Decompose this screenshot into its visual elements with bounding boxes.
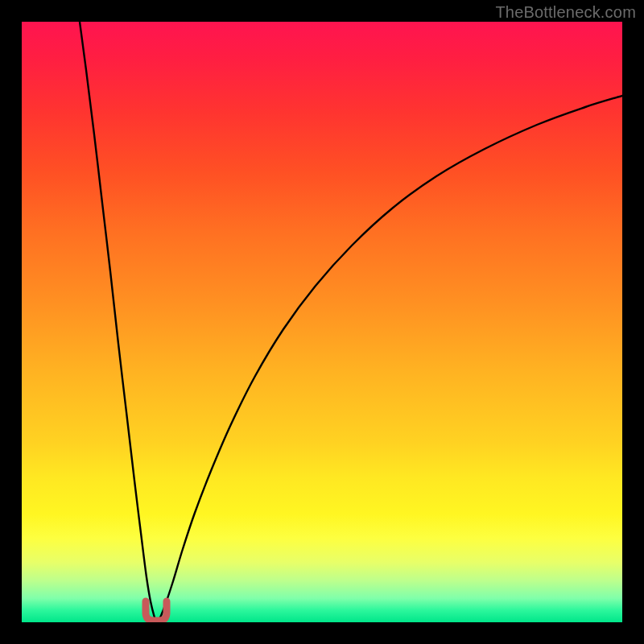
outer-frame: TheBottleneck.com (0, 0, 644, 644)
plot-area (22, 22, 622, 622)
dip-marker (146, 601, 167, 621)
curve-left-branch (80, 22, 157, 622)
curve-right-branch (157, 96, 622, 622)
curve-layer (22, 22, 622, 622)
watermark-text: TheBottleneck.com (495, 3, 636, 22)
